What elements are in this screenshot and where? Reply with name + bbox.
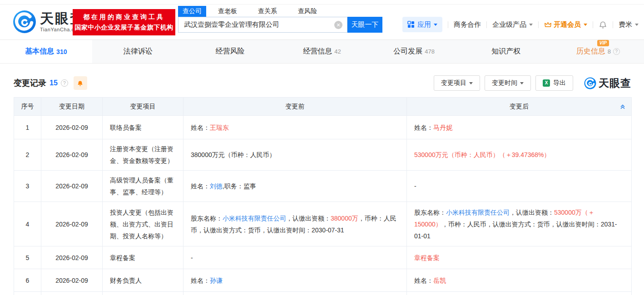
cell-text: 380000万元（币种：人民币） xyxy=(191,151,276,158)
cell-text: - xyxy=(191,254,193,261)
cell-after: 姓名：岳凯 xyxy=(407,269,632,292)
bell-icon xyxy=(77,80,84,87)
cell-text: 姓名： xyxy=(414,277,433,284)
slogan-banner: 都在用的商业查询工具 国家中小企业发展子基金旗下机构 xyxy=(73,9,175,35)
chevron-down-icon xyxy=(529,24,533,28)
search-scope-tab[interactable]: 查老板 xyxy=(213,6,242,17)
cell-text: 股东名称： xyxy=(191,215,223,222)
export-button[interactable]: X 导出 xyxy=(535,75,573,91)
cell-no: 1 xyxy=(14,116,41,139)
col-header-no: 序号 xyxy=(14,98,41,116)
page-tab[interactable]: 法律诉讼 xyxy=(92,40,184,63)
cell-change-item: 财务负责人 xyxy=(103,269,183,292)
divider xyxy=(486,21,487,28)
cell-text: 姓名： xyxy=(191,277,210,284)
tab-label: 知识产权 xyxy=(491,47,520,56)
cell-text: 岳凯 xyxy=(433,277,446,284)
tab-label: 经营风险 xyxy=(215,47,244,56)
cell-no: 4 xyxy=(14,202,41,246)
chevron-down-icon xyxy=(434,24,437,28)
entity-link[interactable]: 小米科技有限责任公司 xyxy=(223,215,286,222)
entity-link[interactable]: 孙谦 xyxy=(210,277,223,284)
cell-before: - xyxy=(183,246,407,269)
subscribe-bell-button[interactable] xyxy=(74,76,87,90)
cell-date: 2026-02-09 xyxy=(41,269,103,292)
cell-before: 姓名：刘德,职务：监事 xyxy=(183,171,407,202)
entity-link[interactable]: 刘德 xyxy=(210,182,223,190)
chevron-down-icon xyxy=(469,82,473,86)
cell-before: 股东名称：小米科技有限责任公司，认缴出资额：380000万，币种：人民币，认缴出… xyxy=(183,202,407,246)
header-nav: 应用 商务合作 企业级产品 开通会员 费米 xyxy=(402,16,639,33)
cell-date: 2026-02-09 xyxy=(41,202,103,246)
search-input[interactable] xyxy=(178,21,334,29)
table-row: 4 2026-02-09 投资人变更（包括出资额、出资方式、出资日期、投资人名称… xyxy=(14,202,632,246)
table-row: 1 2026-02-09 联络员备案 姓名：王瑞东 姓名：马丹妮 xyxy=(14,116,632,139)
table-row: 5 2026-02-09 章程备案 - 章程备案 xyxy=(14,246,632,269)
section-title: 变更记录 xyxy=(14,78,46,88)
clear-search-icon[interactable]: ✕ xyxy=(334,21,342,29)
nav-enterprise[interactable]: 企业级产品 xyxy=(492,20,533,29)
cell-after xyxy=(407,292,632,295)
cell-before: 姓名：王瑞东 xyxy=(183,116,407,139)
page-tab[interactable]: 经营风险 xyxy=(184,40,276,63)
cell-no: 2 xyxy=(14,139,41,171)
apps-menu[interactable]: 应用 xyxy=(402,17,442,32)
collapse-icon[interactable] xyxy=(619,103,626,110)
cell-after: 章程备案 xyxy=(407,246,632,269)
tab-label: 公司发展 xyxy=(393,47,422,56)
cell-change-item xyxy=(103,292,183,295)
cell-after: 530000万元（币种：人民币）（＋39.47368%） xyxy=(407,139,632,171)
filter-dropdown-button[interactable]: 变更时间 xyxy=(485,75,531,91)
help-icon[interactable]: ? xyxy=(61,79,68,87)
chevron-down-icon xyxy=(584,24,587,28)
cell-text: 股东名称： xyxy=(414,209,446,216)
cell-text: 530000万元（币种：人民币）（＋39.47368%） xyxy=(414,151,550,158)
user-menu[interactable]: 费米 xyxy=(619,20,639,29)
tab-label: 基本信息 xyxy=(25,47,54,56)
col-header-item: 变更项目 xyxy=(103,98,183,116)
page-tab[interactable]: 公司发展 478 xyxy=(368,40,460,63)
divider xyxy=(538,21,539,28)
help-icon[interactable]: ? xyxy=(613,48,620,55)
cell-text: - xyxy=(414,182,416,190)
cell-no: 5 xyxy=(14,246,41,269)
search-scope-tab[interactable]: 查风险 xyxy=(293,6,322,17)
slogan-line1: 都在用的商业查询工具 xyxy=(83,13,165,21)
cell-text: 姓名： xyxy=(191,182,210,190)
search-tabs: 查公司查老板查关系查风险 xyxy=(178,5,333,17)
search-button[interactable]: 天眼一下 xyxy=(347,17,382,33)
record-count: 15 xyxy=(50,79,58,87)
excel-icon: X xyxy=(543,79,550,87)
cell-no xyxy=(14,292,41,295)
cell-text: 姓名： xyxy=(191,124,210,131)
grid-icon xyxy=(407,21,415,28)
filter-dropdown-button[interactable]: 变更项目 xyxy=(434,75,480,91)
divider xyxy=(593,21,593,28)
search-scope-tab[interactable]: 查公司 xyxy=(178,6,206,17)
col-header-after: 变更后 xyxy=(407,98,632,116)
watermark-logo: 天眼查 xyxy=(584,76,631,90)
cell-text: 马丹妮 xyxy=(433,124,452,131)
search-scope-tab[interactable]: 查关系 xyxy=(253,6,282,17)
cell-change-item: 投资人变更（包括出资额、出资方式、出资日期、投资人名称等） xyxy=(103,202,183,246)
cell-before: 380000万元（币种：人民币） xyxy=(183,139,407,171)
cell-date: 2026-02-09 xyxy=(41,171,103,202)
page-tab[interactable]: 基本信息 310 xyxy=(0,40,92,63)
cell-after: - xyxy=(407,171,632,202)
entity-link[interactable]: 小米科技有限责任公司 xyxy=(446,209,510,216)
table-row xyxy=(14,292,632,295)
open-membership[interactable]: 开通会员 xyxy=(544,20,587,29)
page-tab[interactable]: 经营信息 42 xyxy=(276,40,368,63)
tab-label: 法律诉讼 xyxy=(124,47,153,56)
tianyancha-swirl-icon xyxy=(584,77,596,89)
chevron-down-icon xyxy=(520,82,524,86)
cell-no: 3 xyxy=(14,171,41,202)
nav-cooperation[interactable]: 商务合作 xyxy=(454,20,481,29)
page-tab[interactable]: 知识产权 xyxy=(460,40,552,63)
top-divider xyxy=(0,0,644,5)
divider xyxy=(613,21,613,28)
cell-text: 姓名： xyxy=(414,124,433,131)
bell-icon[interactable] xyxy=(599,20,607,29)
page-tab[interactable]: 历史信息 8 VIP ? xyxy=(552,40,644,63)
tab-label: 历史信息 xyxy=(576,47,605,56)
